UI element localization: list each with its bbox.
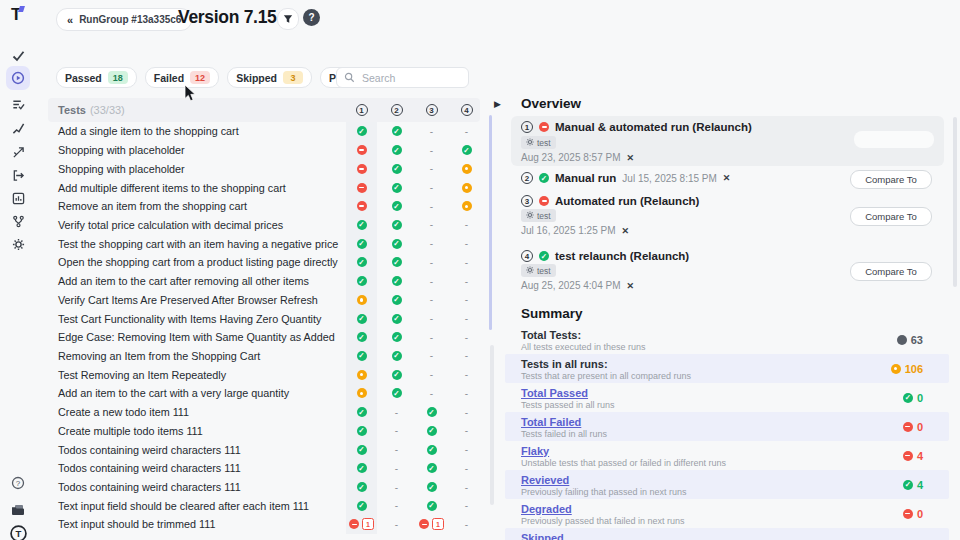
sidebar-item-profile[interactable]: T [6, 521, 30, 540]
filter-chip-skipped[interactable]: Skipped3 [227, 67, 312, 88]
summary-row[interactable]: Total Tests:All tests executed in these … [505, 325, 949, 354]
panel-resize-handle[interactable] [489, 115, 492, 330]
table-row[interactable]: Text input field should be cleared after… [48, 496, 480, 515]
summary-row[interactable]: Skipped [505, 528, 949, 540]
empty-status: - [395, 425, 398, 436]
help-button[interactable]: ? [303, 9, 320, 26]
summary-link[interactable]: Flaky [521, 445, 549, 457]
test-name: Todos containing weird characters 111 [58, 481, 241, 493]
passed-status-icon [357, 482, 367, 492]
summary-link[interactable]: Degraded [521, 503, 572, 515]
remove-run-icon[interactable]: ✕ [622, 226, 630, 236]
column-header-1[interactable]: 1 [356, 104, 368, 116]
summary-link[interactable]: Revieved [521, 474, 569, 486]
test-name: Shopping with placeholder [58, 163, 185, 175]
table-row[interactable]: Todos containing weird characters 111-- [48, 440, 480, 459]
status-cell: - [449, 122, 485, 141]
table-row[interactable]: Verify total price calculation with deci… [48, 216, 480, 235]
run-item-3[interactable]: 3Automated run (Relaunch)testJul 16, 202… [511, 195, 944, 241]
summary-row[interactable]: DegradedPreviously passed that failed in… [505, 499, 949, 528]
summary-link[interactable]: Skipped [521, 532, 564, 540]
comment-count-badge[interactable]: 1 [432, 518, 444, 530]
table-row[interactable]: Test the shopping cart with an item havi… [48, 234, 480, 253]
table-row[interactable]: Test Cart Functionality with Items Havin… [48, 309, 480, 328]
table-row[interactable]: Add multiple different items to the shop… [48, 178, 480, 197]
sidebar-item-import[interactable] [6, 163, 30, 187]
summary-row[interactable]: Total FailedTests failed in all runs0 [505, 412, 949, 441]
comment-count-badge[interactable]: 1 [362, 518, 374, 530]
search-input[interactable] [360, 71, 461, 85]
table-row[interactable]: Create a new todo item 111-- [48, 403, 480, 422]
table-row[interactable]: Todos containing weird characters 111-- [48, 459, 480, 478]
sidebar-item-projects[interactable] [6, 498, 30, 522]
passed-status-icon [357, 351, 367, 361]
status-cell: - [379, 478, 415, 497]
status-cell: - [449, 478, 485, 497]
table-row[interactable]: Removing an Item from the Shopping Cart-… [48, 347, 480, 366]
table-row[interactable]: Text input should be trimmed 1111-1- [48, 515, 480, 534]
status-cell: - [449, 403, 485, 422]
summary-row[interactable]: FlakyUnstable tests that passed or faile… [505, 441, 949, 470]
panel-scroll-track[interactable] [490, 345, 494, 505]
panel-scrollbar[interactable] [953, 117, 957, 287]
table-row[interactable]: Shopping with placeholder- [48, 141, 480, 160]
sidebar-item-analytics[interactable] [6, 140, 30, 164]
table-row[interactable]: Todos containing weird characters 111-- [48, 478, 480, 497]
sidebar-item-suites[interactable] [6, 92, 30, 116]
summary-row[interactable]: RevievedPreviously failing that passed i… [505, 470, 949, 499]
column-header-2[interactable]: 2 [391, 104, 403, 116]
summary-row[interactable]: Tests in all runs:Tests that are present… [505, 354, 949, 383]
summary-link[interactable]: Total Failed [521, 416, 581, 428]
table-row[interactable]: Verify Cart Items Are Preserved After Br… [48, 290, 480, 309]
status-cell: - [414, 197, 450, 216]
compare-to-button[interactable]: Compare To [850, 207, 932, 226]
table-row[interactable]: Add an item to the cart with a very larg… [48, 384, 480, 403]
overview-heading: Overview [521, 96, 581, 111]
table-row[interactable]: Open the shopping cart from a product li… [48, 253, 480, 272]
test-name: Create multiple todo items 111 [58, 425, 203, 437]
compare-to-button[interactable]: Compare To [850, 170, 932, 189]
run-item-1[interactable]: 1Manual & automated run (Relaunch)testAu… [511, 116, 944, 166]
filter-chip-count: 18 [108, 71, 128, 84]
passed-status-icon [357, 426, 367, 436]
sidebar-item-settings[interactable] [6, 232, 30, 256]
remove-run-icon[interactable]: ✕ [723, 173, 731, 183]
sidebar-item-tasks[interactable] [6, 44, 30, 68]
summary-subtitle: Previously passed that failed in next ru… [521, 516, 685, 526]
status-cell [379, 365, 415, 384]
table-row[interactable]: Add an item to the cart after removing a… [48, 272, 480, 291]
test-name: Test the shopping cart with an item havi… [58, 238, 338, 250]
remove-run-icon[interactable]: ✕ [627, 281, 635, 291]
table-row[interactable]: Edge Case: Removing Item with Same Quant… [48, 328, 480, 347]
summary-link[interactable]: Total Passed [521, 387, 588, 399]
summary-count: 0 [903, 499, 923, 528]
run-item-4[interactable]: 4test relaunch (Relaunch)testAug 25, 202… [511, 250, 944, 296]
status-cell: - [414, 309, 450, 328]
compare-to-button[interactable]: Compare To [850, 262, 932, 281]
status-cell [344, 496, 380, 515]
sidebar-item-help[interactable]: ? [6, 471, 30, 495]
summary-row[interactable]: Total PassedTests passed in all runs0 [505, 383, 949, 412]
remove-run-icon[interactable]: ✕ [627, 153, 635, 163]
sidebar-item-pulse[interactable] [6, 116, 30, 140]
column-header-4[interactable]: 4 [461, 104, 473, 116]
sidebar-item-branches[interactable] [6, 209, 30, 233]
skipped-status-icon [462, 164, 472, 174]
app-logo[interactable]: T [11, 5, 21, 25]
collapse-panel-icon[interactable]: ▶ [494, 99, 501, 109]
run-tag: test [521, 209, 556, 222]
filter-button[interactable] [277, 8, 299, 30]
table-row[interactable]: Test Removing an Item Repeatedly-- [48, 365, 480, 384]
filter-chip-failed[interactable]: Failed12 [145, 67, 219, 88]
ghost-action-button[interactable] [854, 131, 934, 148]
sidebar-item-reports[interactable] [6, 186, 30, 210]
filter-chip-passed[interactable]: Passed18 [56, 67, 137, 88]
table-row[interactable]: Create multiple todo items 111-- [48, 422, 480, 441]
column-header-3[interactable]: 3 [426, 104, 438, 116]
table-row[interactable]: Remove an item from the shopping cart- [48, 197, 480, 216]
table-row[interactable]: Shopping with placeholder- [48, 159, 480, 178]
run-item-2[interactable]: 2Manual runJul 15, 2025 8:15 PM✕Compare … [511, 170, 944, 190]
sidebar-item-runs[interactable] [6, 66, 30, 90]
back-to-rungroup-button[interactable]: « RunGroup #13a335c6 [56, 8, 192, 31]
table-row[interactable]: Add a single item to the shopping cart-- [48, 122, 480, 141]
